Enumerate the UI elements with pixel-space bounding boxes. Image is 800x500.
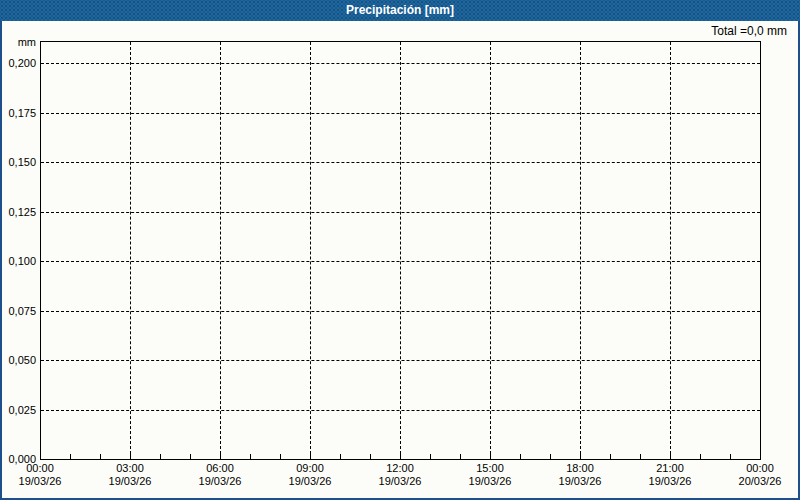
x-axis-minor-tick bbox=[610, 454, 611, 459]
x-axis-minor-tick bbox=[670, 454, 671, 459]
x-axis-minor-tick bbox=[340, 454, 341, 459]
y-tick-label: 0,150 bbox=[0, 155, 36, 169]
chart-window: Precipitación [mm] Total =0,0 mm mm 0,20… bbox=[0, 0, 800, 500]
x-tick-time: 18:00 bbox=[540, 462, 620, 475]
x-tick-date: 19/03/26 bbox=[630, 475, 710, 488]
x-tick-date: 19/03/26 bbox=[540, 475, 620, 488]
x-axis-minor-tick bbox=[580, 454, 581, 459]
chart-title: Precipitación [mm] bbox=[346, 3, 454, 17]
x-axis-minor-tick bbox=[700, 454, 701, 459]
y-tick-label: 0,200 bbox=[0, 56, 36, 70]
x-gridline bbox=[220, 42, 221, 459]
x-axis-minor-tick bbox=[490, 454, 491, 459]
x-tick-time: 03:00 bbox=[90, 462, 170, 475]
x-axis-minor-tick bbox=[100, 454, 101, 459]
x-tick-time: 12:00 bbox=[360, 462, 440, 475]
y-tick-label: 0,050 bbox=[0, 353, 36, 367]
x-axis-minor-tick bbox=[460, 454, 461, 459]
chart-title-bar: Precipitación [mm] bbox=[0, 0, 800, 21]
x-axis-minor-tick bbox=[730, 454, 731, 459]
x-axis-minor-tick bbox=[130, 454, 131, 459]
x-axis-minor-tick bbox=[550, 454, 551, 459]
y-tick-label: 0,125 bbox=[0, 205, 36, 219]
y-tick-label: 0,075 bbox=[0, 304, 36, 318]
x-gridline bbox=[670, 42, 671, 459]
x-tick-date: 20/03/26 bbox=[720, 475, 800, 488]
x-axis-minor-tick bbox=[160, 454, 161, 459]
x-tick-time: 00:00 bbox=[720, 462, 800, 475]
y-tick-label: 0,100 bbox=[0, 254, 36, 268]
x-tick-label: 21:0019/03/26 bbox=[630, 462, 710, 488]
x-axis-minor-tick bbox=[640, 454, 641, 459]
y-axis-unit-label: mm bbox=[0, 35, 36, 49]
y-tick-label: 0,025 bbox=[0, 403, 36, 417]
x-gridline bbox=[490, 42, 491, 459]
x-axis-minor-tick bbox=[310, 454, 311, 459]
x-tick-time: 00:00 bbox=[0, 462, 80, 475]
x-gridline bbox=[130, 42, 131, 459]
x-tick-date: 19/03/26 bbox=[270, 475, 350, 488]
x-tick-label: 18:0019/03/26 bbox=[540, 462, 620, 488]
x-tick-time: 21:00 bbox=[630, 462, 710, 475]
x-tick-label: 00:0020/03/26 bbox=[720, 462, 800, 488]
x-axis-minor-tick bbox=[430, 454, 431, 459]
x-axis-minor-tick bbox=[70, 454, 71, 459]
x-axis-minor-tick bbox=[220, 454, 221, 459]
x-tick-label: 12:0019/03/26 bbox=[360, 462, 440, 488]
x-axis-minor-tick bbox=[250, 454, 251, 459]
x-tick-label: 06:0019/03/26 bbox=[180, 462, 260, 488]
x-tick-label: 09:0019/03/26 bbox=[270, 462, 350, 488]
x-tick-date: 19/03/26 bbox=[0, 475, 80, 488]
total-label: Total =0,0 mm bbox=[711, 24, 787, 38]
x-tick-date: 19/03/26 bbox=[180, 475, 260, 488]
x-tick-time: 09:00 bbox=[270, 462, 350, 475]
x-gridline bbox=[310, 42, 311, 459]
x-axis-minor-tick bbox=[280, 454, 281, 459]
x-gridline bbox=[400, 42, 401, 459]
x-tick-time: 06:00 bbox=[180, 462, 260, 475]
x-axis-minor-tick bbox=[190, 454, 191, 459]
x-axis-minor-tick bbox=[400, 454, 401, 459]
x-axis-minor-tick bbox=[520, 454, 521, 459]
x-tick-date: 19/03/26 bbox=[90, 475, 170, 488]
x-tick-time: 15:00 bbox=[450, 462, 530, 475]
x-axis-minor-tick bbox=[370, 454, 371, 459]
x-tick-label: 00:0019/03/26 bbox=[0, 462, 80, 488]
x-tick-label: 15:0019/03/26 bbox=[450, 462, 530, 488]
x-gridline bbox=[580, 42, 581, 459]
x-tick-date: 19/03/26 bbox=[450, 475, 530, 488]
x-tick-label: 03:0019/03/26 bbox=[90, 462, 170, 488]
x-tick-date: 19/03/26 bbox=[360, 475, 440, 488]
y-tick-label: 0,175 bbox=[0, 106, 36, 120]
